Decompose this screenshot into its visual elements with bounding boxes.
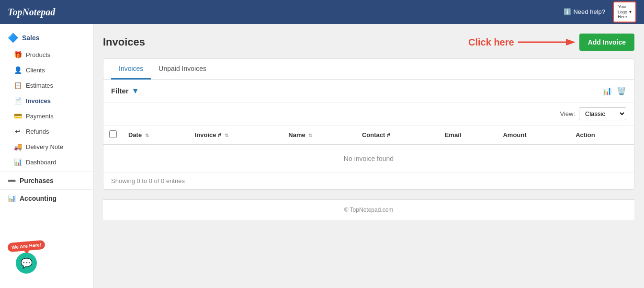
page-title: Invoices [103,36,145,48]
filter-bar: Filter ▼ 📊 🗑️ [103,80,634,103]
no-invoice-message: No invoice found [103,145,634,173]
chat-button[interactable]: 💬 [16,253,37,274]
tab-unpaid-invoices[interactable]: Unpaid Invoices [151,59,214,80]
filter-section: Filter ▼ [111,87,139,95]
sidebar-item-clients[interactable]: 👤 Clients [0,62,93,78]
page-header: Invoices Click here Add Invoice [103,34,634,51]
sidebar-item-products[interactable]: 🎁 Products [0,47,93,62]
payments-icon: 💳 [13,112,22,120]
name-sort-icon: ⇅ [308,133,312,138]
sidebar-item-invoices[interactable]: 📄 Invoices [0,93,93,108]
sidebar-section-sales: 🔷 Sales 🎁 Products 👤 Clients 📋 Estimates… [0,29,93,170]
sales-icon: 🔷 [8,33,18,43]
user-profile-button[interactable]: YourLogoHere ▾ [613,1,636,23]
accounting-icon: 📊 [8,195,16,202]
view-selector-bar: View: Classic Modern Minimal [103,103,634,126]
dashboard-icon: 📊 [13,158,22,166]
view-select[interactable]: Classic Modern Minimal [579,107,626,120]
filter-label: Filter [111,87,129,95]
page-header-right: Click here Add Invoice [468,34,634,51]
we-are-here-badge: We Are Here! [7,240,45,253]
sidebar-item-refunds[interactable]: ↩ Refunds [0,124,93,139]
col-action[interactable]: Action [570,126,634,145]
export-csv-icon[interactable]: 📊 [602,86,612,95]
click-here-label: Click here [468,37,514,48]
user-dropdown-icon: ▾ [629,9,632,15]
delete-icon[interactable]: 🗑️ [617,86,626,95]
filter-actions: 📊 🗑️ [602,86,626,95]
sidebar-section-accounting[interactable]: 📊 Accounting [0,189,93,207]
col-name[interactable]: Name ⇅ [282,126,356,145]
col-date[interactable]: Date ⇅ [123,126,189,145]
sidebar-section-purchases[interactable]: ➖ Purchases [0,172,93,189]
sidebar-item-delivery-note[interactable]: 🚚 Delivery Note [0,139,93,154]
no-data-row: No invoice found [103,145,634,173]
invoice-num-sort-icon: ⇅ [225,133,228,138]
entries-info: Showing 0 to 0 of 0 entries [103,173,634,189]
sidebar-section-sales-title[interactable]: 🔷 Sales [0,29,93,47]
select-all-header [103,126,123,145]
col-amount[interactable]: Amount [497,126,570,145]
annotation-arrow [518,35,576,49]
tabs-bar: Invoices Unpaid Invoices [103,59,634,80]
header-right: ℹ️ Need help? YourLogoHere ▾ [564,1,636,23]
products-icon: 🎁 [13,50,22,59]
user-avatar-text: YourLogoHere [618,4,627,20]
view-label: View: [560,110,575,117]
header: TopNotepad ℹ️ Need help? YourLogoHere ▾ [0,0,644,24]
help-icon: ℹ️ [564,8,571,15]
sidebar-item-payments[interactable]: 💳 Payments [0,108,93,124]
table-header-row: Date ⇅ Invoice # ⇅ Name ⇅ [103,126,634,145]
refunds-icon: ↩ [13,127,22,136]
logo: TopNotepad [8,7,55,18]
col-contact[interactable]: Contact # [356,126,439,145]
chat-widget: We Are Here! 💬 [8,242,45,274]
main-content: Invoices Click here Add Invoice Invoices… [93,24,644,288]
sidebar-item-estimates[interactable]: 📋 Estimates [0,78,93,93]
clients-icon: 👤 [13,66,22,74]
col-email[interactable]: Email [439,126,497,145]
add-invoice-button[interactable]: Add Invoice [579,34,634,51]
svg-marker-1 [566,39,576,46]
filter-funnel-icon[interactable]: ▼ [132,87,139,95]
delivery-icon: 🚚 [13,142,22,151]
layout: 🔷 Sales 🎁 Products 👤 Clients 📋 Estimates… [0,24,644,288]
purchases-collapse-icon: ➖ [8,177,16,184]
invoices-icon: 📄 [13,96,22,105]
need-help-link[interactable]: ℹ️ Need help? [564,8,605,15]
invoices-table: Date ⇅ Invoice # ⇅ Name ⇅ [103,126,634,173]
invoices-card: Invoices Unpaid Invoices Filter ▼ 📊 🗑️ V… [103,58,634,190]
select-all-checkbox[interactable] [109,130,117,138]
col-invoice-num[interactable]: Invoice # ⇅ [189,126,283,145]
footer: © TopNotepad.com [103,199,634,220]
estimates-icon: 📋 [13,81,22,90]
invoices-table-wrap: Date ⇅ Invoice # ⇅ Name ⇅ [103,126,634,173]
tab-invoices[interactable]: Invoices [111,59,151,80]
sidebar-item-dashboard[interactable]: 📊 Dashboard [0,154,93,170]
date-sort-icon: ⇅ [145,133,149,138]
